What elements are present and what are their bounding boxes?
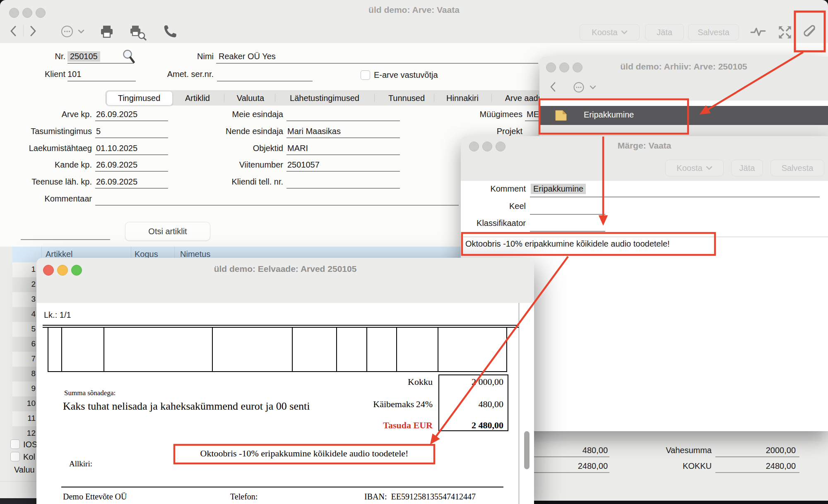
annotation-overlay [0, 0, 828, 504]
highlight-box-invoice-note [174, 445, 434, 463]
annotation-arrow-3 [431, 257, 568, 443]
highlight-box-attachment [539, 99, 688, 134]
highlight-box-note [462, 233, 715, 255]
annotation-arrow-1 [701, 52, 803, 113]
screenshot-root: üld demo: Arve: Vaata Koosta Jäta Salves… [0, 0, 828, 504]
highlight-box-paperclip [795, 12, 825, 51]
